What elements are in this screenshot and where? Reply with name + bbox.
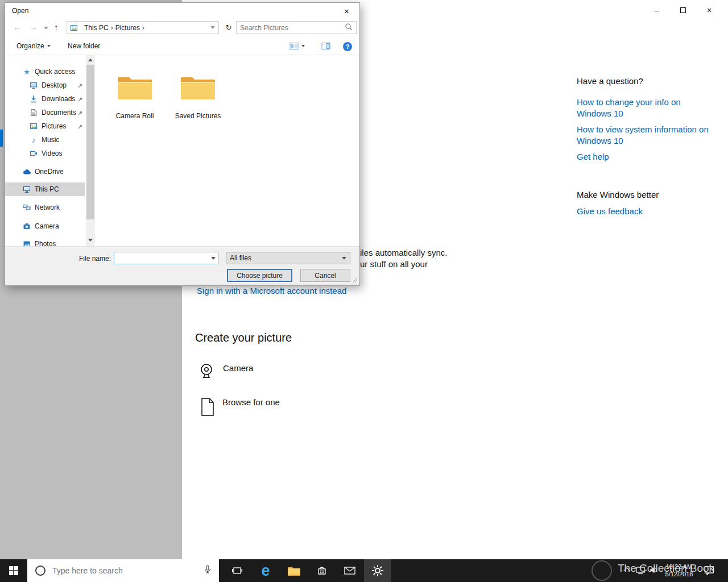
signin-microsoft-link[interactable]: Sign in with a Microsoft account instead [197, 286, 346, 296]
sync-text-fragment-1: iles automatically sync. [360, 248, 447, 257]
nav-item-videos[interactable]: Videos [5, 147, 85, 160]
nav-label: This PC [35, 185, 59, 193]
cancel-button[interactable]: Cancel [300, 269, 350, 282]
scroll-down-icon[interactable] [88, 239, 93, 242]
action-center-button[interactable] [704, 566, 714, 577]
new-folder-button[interactable]: New folder [68, 42, 100, 50]
downloads-icon [29, 95, 38, 103]
file-explorer-button[interactable] [280, 559, 308, 582]
camera-icon[interactable] [198, 363, 215, 382]
mail-icon [344, 566, 355, 575]
nav-item-quick-access[interactable]: ★ Quick access [5, 65, 85, 78]
cortana-icon[interactable] [35, 566, 46, 576]
sync-text-fragment-2: ur stuff on all your [360, 259, 428, 269]
link-get-help[interactable]: Get help [577, 151, 713, 163]
store-button[interactable] [308, 559, 336, 582]
preview-pane-button[interactable] [321, 42, 330, 50]
nav-item-photos[interactable]: Photos [5, 237, 85, 246]
clock-date: 5/12/2018 [660, 571, 698, 578]
microphone-icon[interactable] [203, 565, 212, 576]
back-button[interactable]: ← [13, 22, 22, 32]
file-name-input[interactable] [114, 253, 209, 263]
folder-icon [179, 73, 217, 104]
dialog-search-input[interactable] [237, 24, 345, 32]
link-view-system-info[interactable]: How to view system information on Window… [577, 124, 713, 147]
tree-scrollbar[interactable] [86, 55, 95, 246]
link-change-your-info[interactable]: How to change your info on Windows 10 [577, 97, 713, 119]
file-type-dropdown[interactable]: All files [226, 252, 350, 264]
file-name-dropdown-icon[interactable] [209, 257, 218, 260]
nav-item-downloads[interactable]: Downloads [5, 92, 85, 106]
folder-camera-roll[interactable]: Camera Roll [106, 68, 163, 120]
create-picture-heading: Create your picture [195, 331, 292, 344]
store-icon [317, 566, 327, 576]
scroll-up-icon[interactable] [88, 59, 93, 61]
desktop-icon [29, 81, 38, 89]
pin-icon [77, 123, 83, 131]
dialog-close-button[interactable]: × [334, 3, 359, 19]
breadcrumb-this-pc[interactable]: This PC [82, 24, 111, 32]
clock[interactable]: 10:22 AM 5/12/2018 [660, 563, 698, 578]
minimize-button[interactable]: – [644, 3, 670, 17]
dialog-footer: File name: All files Choose picture Canc… [5, 246, 359, 285]
address-bar[interactable]: This PC › Pictures › [67, 21, 219, 34]
search-icon[interactable] [345, 23, 353, 32]
history-dropdown-icon[interactable] [44, 27, 48, 30]
task-view-icon [232, 566, 242, 575]
breadcrumb-pictures[interactable]: Pictures [113, 24, 142, 32]
settings-button[interactable] [364, 559, 391, 582]
photos-icon [22, 240, 31, 246]
nav-item-documents[interactable]: Documents [5, 106, 85, 119]
nav-item-this-pc[interactable]: This PC [5, 182, 85, 196]
mail-button[interactable] [336, 559, 363, 582]
nav-item-onedrive[interactable]: OneDrive [5, 165, 85, 178]
music-icon: ♪ [29, 136, 38, 144]
dialog-navbar: ← → ↑ This PC › Pictures › ↻ [5, 19, 359, 37]
nav-label: Downloads [42, 95, 75, 103]
organize-label: Organize [16, 42, 44, 50]
scrollbar-thumb[interactable] [86, 65, 94, 219]
dialog-titlebar[interactable]: Open × [5, 3, 359, 19]
nav-item-desktop[interactable]: Desktop [5, 78, 85, 92]
breadcrumb-separator[interactable]: › [142, 24, 144, 32]
nav-item-music[interactable]: ♪ Music [5, 133, 85, 147]
nav-label: Documents [42, 109, 76, 117]
up-button[interactable]: ↑ [54, 22, 59, 32]
folder-label: Camera Roll [106, 112, 163, 120]
nav-item-network[interactable]: Network [5, 201, 85, 214]
help-button[interactable]: ? [343, 42, 352, 51]
organize-caret-icon [47, 45, 51, 47]
network-tray-icon[interactable] [636, 566, 645, 577]
link-give-feedback[interactable]: Give us feedback [577, 206, 713, 217]
organize-menu[interactable]: Organize [16, 42, 51, 50]
have-a-question-heading: Have a question? [577, 76, 643, 86]
edge-button[interactable]: e [252, 559, 279, 582]
maximize-button[interactable] [670, 3, 696, 17]
task-view-button[interactable] [224, 559, 251, 582]
address-dropdown-icon[interactable] [210, 26, 215, 29]
taskbar-search-input[interactable] [52, 566, 203, 575]
camera-option-label[interactable]: Camera [223, 363, 253, 373]
choose-picture-button[interactable]: Choose picture [227, 269, 292, 282]
window-controls: – × [644, 3, 722, 17]
views-button[interactable] [289, 42, 305, 50]
volume-tray-icon[interactable] [650, 566, 658, 576]
forward-button[interactable]: → [29, 22, 38, 32]
folder-saved-pictures[interactable]: Saved Pictures [169, 68, 226, 120]
refresh-button[interactable]: ↻ [222, 21, 235, 34]
close-button[interactable]: × [696, 3, 722, 17]
resize-grip[interactable] [352, 277, 358, 285]
hidden-icons-chevron[interactable] [623, 567, 630, 573]
videos-icon [29, 149, 38, 157]
network-icon [22, 203, 31, 211]
pin-icon [77, 110, 83, 118]
start-button[interactable] [0, 559, 27, 582]
nav-label: Desktop [42, 81, 67, 89]
browse-option-label[interactable]: Browse for one [222, 397, 280, 407]
action-center-icon [704, 566, 714, 575]
nav-item-pictures[interactable]: Pictures [5, 119, 85, 133]
pin-icon [77, 82, 83, 90]
nav-item-camera[interactable]: Camera [5, 219, 85, 233]
browse-file-icon[interactable] [200, 397, 215, 419]
file-type-value: All files [230, 254, 251, 262]
